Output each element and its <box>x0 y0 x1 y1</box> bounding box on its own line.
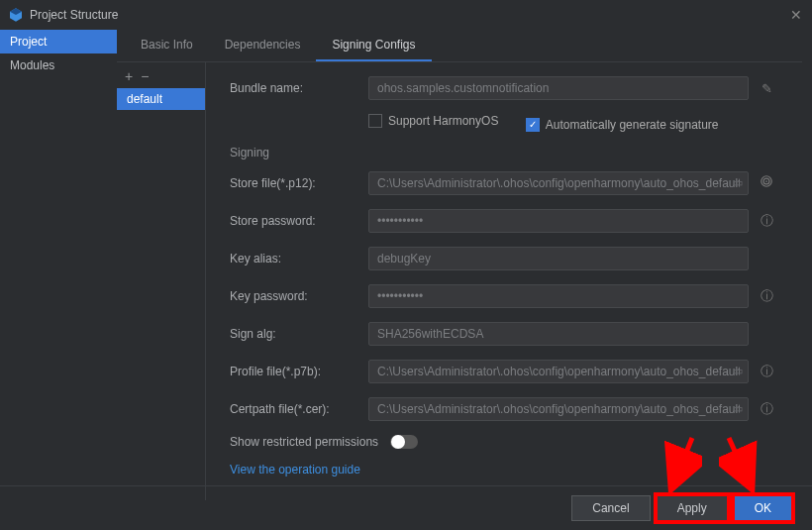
signing-section-label: Signing <box>230 146 778 159</box>
profile-file-input[interactable] <box>368 360 749 383</box>
store-password-input[interactable] <box>368 209 749 233</box>
show-restricted-toggle[interactable] <box>390 435 418 449</box>
sidebar-item-project[interactable]: Project <box>0 30 117 53</box>
store-file-input[interactable] <box>368 171 749 195</box>
fingerprint-icon[interactable] <box>755 174 778 191</box>
sidebar-item-modules[interactable]: Modules <box>0 53 117 77</box>
ok-button[interactable]: OK <box>734 495 792 521</box>
auto-signature-checkbox[interactable]: ✓ Automatically generate signature <box>526 118 719 132</box>
store-file-label: Store file(*.p12): <box>230 176 368 190</box>
certpath-file-input[interactable] <box>368 397 749 421</box>
checkbox-checked-icon: ✓ <box>526 118 540 132</box>
tab-signing-configs[interactable]: Signing Configs <box>316 30 431 61</box>
show-restricted-label: Show restricted permissions <box>230 435 378 449</box>
pencil-icon[interactable]: ✎ <box>755 81 778 96</box>
tab-basic-info[interactable]: Basic Info <box>125 30 209 61</box>
support-harmonyos-checkbox[interactable]: Support HarmonyOS <box>368 114 498 128</box>
sign-alg-input[interactable] <box>368 322 749 346</box>
key-alias-label: Key alias: <box>230 252 368 265</box>
help-icon[interactable]: ⓘ <box>755 287 778 305</box>
bundle-name-label: Bundle name: <box>230 81 368 95</box>
sign-alg-label: Sign alg: <box>230 327 368 341</box>
config-item-default[interactable]: default <box>117 88 205 110</box>
support-harmonyos-label: Support HarmonyOS <box>388 114 498 128</box>
folder-icon[interactable]: ▭ <box>733 176 743 189</box>
app-logo-icon <box>8 7 24 23</box>
window-title: Project Structure <box>30 8 118 22</box>
config-list: + − default <box>117 62 206 500</box>
svg-point-2 <box>765 180 767 182</box>
store-password-label: Store password: <box>230 214 368 228</box>
remove-config-icon[interactable]: − <box>141 68 149 84</box>
folder-icon[interactable]: ▭ <box>733 365 743 377</box>
checkbox-icon <box>368 114 382 128</box>
cancel-button[interactable]: Cancel <box>571 495 650 521</box>
profile-file-label: Profile file(*.p7b): <box>230 365 368 378</box>
close-icon[interactable]: ✕ <box>790 7 802 23</box>
key-password-input[interactable] <box>368 284 749 308</box>
add-config-icon[interactable]: + <box>125 68 133 84</box>
tabs: Basic Info Dependencies Signing Configs <box>117 30 802 62</box>
key-password-label: Key password: <box>230 289 368 303</box>
tab-dependencies[interactable]: Dependencies <box>209 30 317 61</box>
apply-button[interactable]: Apply <box>657 495 728 521</box>
folder-icon[interactable]: ▭ <box>733 402 743 415</box>
certpath-file-label: Certpath file(*.cer): <box>230 402 368 416</box>
auto-signature-label: Automatically generate signature <box>546 118 719 132</box>
key-alias-input[interactable] <box>368 247 749 270</box>
help-icon[interactable]: ⓘ <box>755 363 778 380</box>
bundle-name-input[interactable] <box>368 76 749 100</box>
help-icon[interactable]: ⓘ <box>755 212 778 230</box>
sidebar: Project Modules <box>0 30 117 485</box>
help-icon[interactable]: ⓘ <box>755 400 778 418</box>
operation-guide-link[interactable]: View the operation guide <box>230 463 360 477</box>
